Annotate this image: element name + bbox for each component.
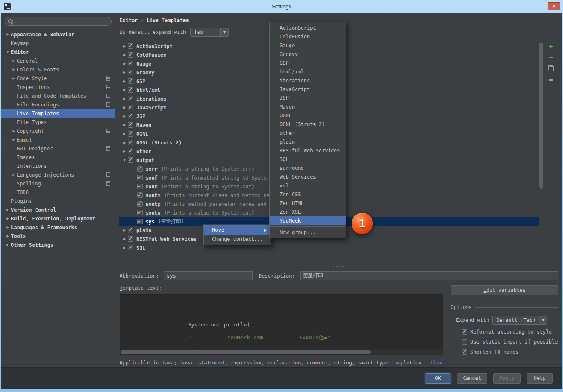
edit-variables-button[interactable]: Edit variables [451,285,558,295]
scrollbar-thumb[interactable] [539,43,543,189]
ok-button[interactable]: OK [425,373,451,384]
sidebar-tree-item[interactable]: File and Code Templates [1,91,115,100]
expand-arrow-icon[interactable] [10,173,17,177]
template-text-editor[interactable]: System.out.println( "-----------YouMeek.… [120,294,443,355]
expand-arrow-icon[interactable] [10,59,17,63]
sidebar-tree-item[interactable]: GUI Designer [1,144,115,153]
close-button[interactable]: × [548,2,560,10]
context-menu-item[interactable]: Move ▶ [204,225,271,235]
submenu-item[interactable]: ActionScript [270,23,346,32]
template-checkbox[interactable] [137,210,143,215]
splitter-handle[interactable] [119,264,558,268]
description-input[interactable] [300,271,558,280]
expand-arrow-icon[interactable] [121,44,128,48]
sidebar-tree-item[interactable]: Tools [1,232,115,240]
submenu-item[interactable]: Zen XSL [270,207,346,216]
remove-template-button[interactable]: − [547,54,555,61]
sidebar-tree-item[interactable]: Intentions [1,162,115,170]
expand-arrow-icon[interactable] [121,88,128,92]
template-checkbox[interactable] [137,192,143,198]
template-checkbox[interactable] [128,105,133,110]
sidebar-tree-item[interactable]: General [1,56,115,65]
template-checkbox[interactable] [128,96,133,101]
sidebar-tree-item[interactable]: Version Control [1,205,115,214]
sidebar-tree-item[interactable]: TODO [1,188,115,197]
template-checkbox[interactable] [128,43,133,49]
sidebar-tree-item[interactable]: File Encodings [1,100,115,109]
static-import-checkbox[interactable]: Use static import if possible [462,339,558,345]
submenu-item[interactable]: OGNL [270,111,346,120]
expand-arrow-icon[interactable] [121,62,128,66]
template-checkbox[interactable] [137,219,143,224]
expand-arrow-icon[interactable] [10,138,17,142]
template-checkbox[interactable] [128,228,133,233]
settings-search-input[interactable] [16,18,108,24]
template-checkbox[interactable] [128,87,133,93]
submenu-item[interactable]: OGNL (Struts 2) [270,120,346,129]
expand-arrow-icon[interactable] [121,228,128,232]
sidebar-tree-item[interactable]: Appearance & Behavior [1,30,115,39]
template-checkbox[interactable] [128,245,133,250]
sidebar-tree-item[interactable]: Copyright [1,126,115,135]
submenu-item[interactable]: SQL [270,155,346,164]
change-context-link[interactable]: Change [431,360,443,366]
submenu-item[interactable]: plain [270,137,346,146]
template-checkbox[interactable] [128,140,133,145]
submenu-item[interactable]: JSP [270,94,346,102]
expand-arrow-icon[interactable] [121,53,128,57]
expand-arrow-icon[interactable] [5,208,11,212]
expand-arrow-icon[interactable] [5,217,11,220]
sidebar-tree-item[interactable]: Build, Execution, Deployment [1,214,115,223]
sidebar-tree-item[interactable]: Editor [1,48,115,56]
template-checkbox[interactable] [128,157,133,163]
submenu-item[interactable]: Groovy [270,50,346,58]
submenu-item[interactable]: xsl [270,181,346,190]
add-template-button[interactable]: + [547,43,555,50]
expand-arrow-icon[interactable] [5,243,11,247]
submenu-item[interactable]: other [270,129,346,137]
submenu-item[interactable]: YouMeek [270,216,346,225]
template-checkbox[interactable] [128,70,133,75]
vertical-scrollbar[interactable] [539,42,543,264]
template-checkbox[interactable] [128,78,133,84]
expand-arrow-icon[interactable] [10,129,17,133]
sidebar-tree-item[interactable]: Images [1,153,115,162]
default-expand-combo[interactable]: Tab ▼ [190,28,229,37]
submenu-item[interactable]: JavaScript [270,85,346,94]
submenu-item[interactable]: surround [270,164,346,172]
abbreviation-input[interactable] [164,271,253,280]
cancel-button[interactable]: Cancel [457,373,487,384]
template-checkbox[interactable] [128,149,133,154]
expand-with-combo[interactable]: Default (Tab) ▼ [492,316,547,325]
submenu-item[interactable]: html/xml [270,67,346,76]
submenu-item[interactable]: Maven [270,102,346,111]
submenu-item[interactable]: New group... [270,228,346,237]
horizontal-scrollbar[interactable] [120,350,442,354]
submenu-item[interactable]: Zen CSS [270,190,346,199]
template-checkbox[interactable] [137,201,143,207]
template-checkbox[interactable] [128,122,133,128]
submenu-item[interactable]: RESTful Web Services [270,146,346,155]
expand-arrow-icon[interactable] [121,158,128,162]
restore-defaults-button[interactable] [547,75,555,81]
sidebar-tree-item[interactable]: Live Templates [1,109,115,118]
dropdown-arrow-icon[interactable]: ▼ [220,28,228,36]
expand-arrow-icon[interactable] [121,106,128,109]
expand-arrow-icon[interactable] [121,71,128,74]
dropdown-arrow-icon[interactable]: ▼ [539,316,547,324]
breadcrumb-parent[interactable]: Editor [120,18,138,23]
expand-arrow-icon[interactable] [121,114,128,118]
sidebar-tree-item[interactable]: Colors & Fonts [1,65,115,74]
expand-arrow-icon[interactable] [121,123,128,127]
template-checkbox[interactable] [137,166,143,172]
template-checkbox[interactable] [128,114,133,119]
template-checkbox[interactable] [137,184,143,189]
expand-arrow-icon[interactable] [121,246,128,250]
sidebar-tree-item[interactable]: Inspections [1,83,115,91]
expand-arrow-icon[interactable] [5,33,11,36]
expand-arrow-icon[interactable] [121,97,128,101]
submenu-item[interactable]: Web Services [270,172,346,181]
template-checkbox[interactable] [137,175,143,180]
expand-arrow-icon[interactable] [121,237,128,241]
expand-arrow-icon[interactable] [121,141,128,144]
